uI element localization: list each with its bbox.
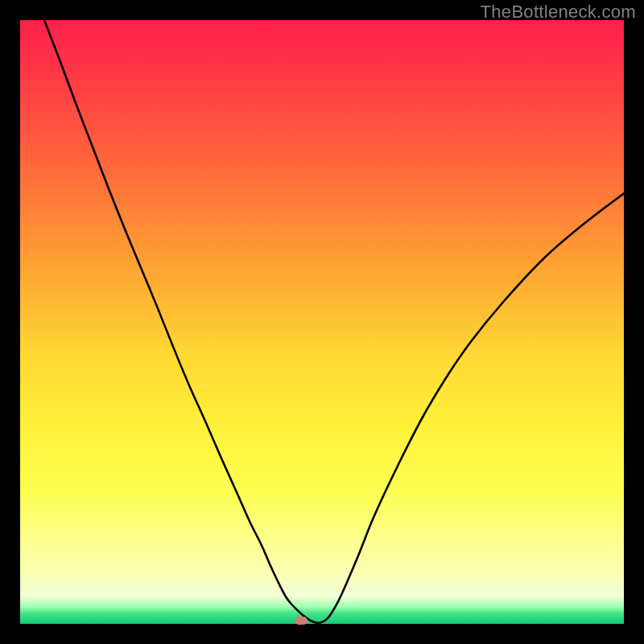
optimal-marker [295,617,308,625]
curve-path [44,20,624,623]
plot-area [20,20,624,624]
watermark-text: TheBottleneck.com [481,2,636,23]
bottleneck-curve [20,20,624,624]
